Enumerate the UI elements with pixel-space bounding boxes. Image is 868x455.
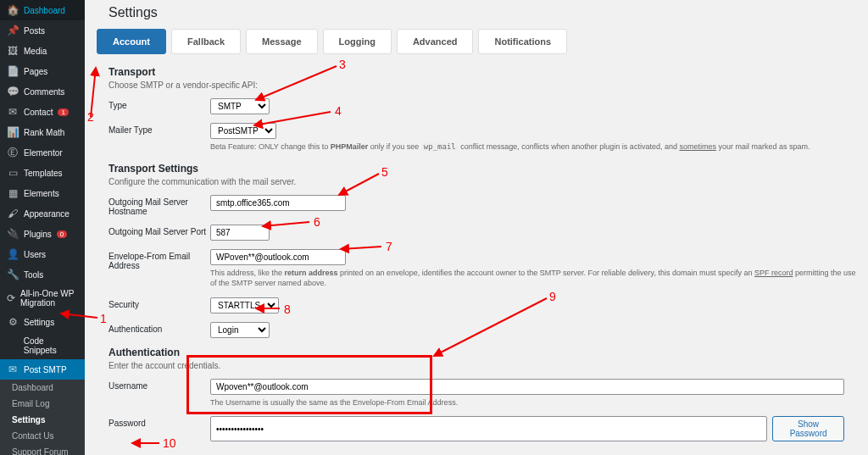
tab-message[interactable]: Message	[246, 29, 317, 54]
tab-fallback[interactable]: Fallback	[171, 29, 241, 54]
sidebar-icon: 🖌	[7, 208, 19, 219]
username-input[interactable]	[210, 379, 844, 395]
sidebar-icon: 👤	[7, 248, 19, 260]
auth-desc: Enter the account credentials.	[108, 361, 856, 370]
sidebar-item-label: Media	[24, 47, 47, 56]
sidebar-item-settings[interactable]: ⚙Settings	[0, 312, 85, 332]
sidebar-icon: ▭	[7, 167, 19, 179]
sidebar-item-label: Templates	[24, 169, 63, 178]
envelope-input[interactable]	[210, 249, 346, 265]
sidebar-item-templates[interactable]: ▭Templates	[0, 163, 85, 183]
sidebar-item-label: Code Snippets	[24, 336, 78, 355]
sidebar-icon: 📊	[7, 126, 19, 138]
submenu-email-log[interactable]: Email Log	[0, 396, 85, 412]
sidebar-item-post-smtp[interactable]: ✉Post SMTP	[0, 359, 85, 380]
sidebar-item-label: Rank Math	[24, 128, 64, 137]
auth-mode-select[interactable]: Login	[210, 322, 270, 338]
sidebar-item-label: Dashboard	[24, 6, 65, 15]
sidebar-item-label: Post SMTP	[24, 365, 67, 375]
sidebar-item-appearance[interactable]: 🖌Appearance	[0, 203, 85, 224]
sidebar-item-label: Comments	[24, 87, 64, 97]
tab-logging[interactable]: Logging	[323, 29, 392, 54]
sidebar-icon: ✉	[7, 106, 19, 118]
mailer-label: Mailer Type	[108, 123, 210, 153]
sidebar-icon: ⟳	[7, 292, 15, 304]
transport-desc: Choose SMTP or a vendor-specific API:	[108, 80, 856, 90]
main-content: Settings AccountFallbackMessageLoggingAd…	[85, 0, 868, 455]
submenu-dashboard[interactable]: Dashboard	[0, 380, 85, 396]
type-select[interactable]: SMTP	[210, 98, 270, 114]
sidebar-item-label: Appearance	[24, 209, 70, 219]
port-label: Outgoing Mail Server Port	[108, 225, 210, 241]
sidebar-icon: 🔧	[7, 269, 19, 280]
sidebar-item-posts[interactable]: 📌Posts	[0, 20, 85, 41]
sidebar-item-media[interactable]: 🖼Media	[0, 41, 85, 61]
sidebar-item-code-snippets[interactable]: Code Snippets	[0, 332, 85, 359]
tab-account[interactable]: Account	[97, 29, 166, 54]
sidebar-icon: 🖼	[7, 45, 19, 57]
tab-notifications[interactable]: Notifications	[478, 29, 567, 54]
mailer-select[interactable]: PostSMTP	[210, 123, 276, 139]
sidebar-item-label: Users	[24, 250, 46, 259]
sidebar-item-label: Contact	[24, 108, 53, 117]
sidebar-icon: ⚙	[7, 316, 19, 328]
sidebar-item-elementor[interactable]: ⒺElementor	[0, 142, 85, 163]
sidebar-item-pages[interactable]: 📄Pages	[0, 61, 85, 81]
sidebar-item-label: Settings	[24, 318, 54, 327]
settings-tabs: AccountFallbackMessageLoggingAdvancedNot…	[97, 29, 856, 54]
envelope-label: Envelope-From Email Address	[108, 249, 210, 289]
transport-heading: Transport	[108, 66, 856, 78]
sidebar-item-tools[interactable]: 🔧Tools	[0, 264, 85, 285]
hostname-input[interactable]	[210, 195, 346, 211]
sidebar-icon: 🔌	[7, 228, 19, 240]
envelope-hint: This address, like the return address pr…	[210, 268, 856, 289]
tab-advanced[interactable]: Advanced	[397, 29, 474, 54]
sidebar-icon: 🏠	[7, 4, 19, 16]
port-input[interactable]	[210, 225, 270, 241]
sidebar-item-label: Elementor	[24, 148, 63, 158]
sidebar-item-elements[interactable]: ▦Elements	[0, 183, 85, 203]
sidebar-icon: 💬	[7, 86, 19, 97]
security-label: Security	[108, 297, 210, 314]
hostname-label: Outgoing Mail Server Hostname	[108, 195, 210, 216]
security-select[interactable]: STARTTLS	[210, 297, 279, 314]
sidebar-icon: 📄	[7, 65, 19, 77]
sidebar-item-label: Plugins	[24, 230, 52, 239]
badge: 0	[57, 230, 67, 238]
password-input[interactable]	[210, 416, 767, 441]
sidebar-item-rank-math[interactable]: 📊Rank Math	[0, 122, 85, 142]
sidebar-item-label: Posts	[24, 26, 45, 36]
type-label: Type	[108, 98, 210, 114]
badge: 1	[58, 108, 68, 116]
submenu-settings[interactable]: Settings	[0, 412, 85, 428]
username-hint: The Username is usually the same as the …	[210, 397, 844, 408]
submenu-support-forum[interactable]: Support Forum	[0, 444, 85, 455]
sidebar-icon: Ⓔ	[7, 147, 19, 158]
sidebar-icon	[7, 340, 19, 352]
sidebar-item-all-in-one-wp-migration[interactable]: ⟳All-in-One WP Migration	[0, 285, 85, 312]
auth-heading: Authentication	[108, 347, 856, 358]
sidebar-item-plugins[interactable]: 🔌Plugins0	[0, 224, 85, 244]
page-title: Settings	[108, 5, 856, 20]
settings-desc: Configure the communication with the mai…	[108, 177, 856, 186]
sidebar-item-label: Pages	[24, 67, 47, 76]
sidebar-icon: ✉	[7, 363, 19, 375]
mailer-hint: Beta Feature: ONLY change this to PHPMai…	[210, 141, 856, 153]
submenu-contact-us[interactable]: Contact Us	[0, 428, 85, 444]
sidebar-icon: ▦	[7, 187, 19, 199]
sidebar-item-contact[interactable]: ✉Contact1	[0, 102, 85, 122]
sidebar-icon: 📌	[7, 25, 19, 36]
auth-mode-label: Authentication	[108, 322, 210, 338]
password-label: Password	[108, 416, 210, 441]
username-label: Username	[108, 379, 210, 408]
sidebar-item-users[interactable]: 👤Users	[0, 244, 85, 264]
sidebar-item-dashboard[interactable]: 🏠Dashboard	[0, 0, 85, 20]
admin-sidebar: 🏠Dashboard📌Posts🖼Media📄Pages💬Comments✉Co…	[0, 0, 85, 455]
settings-heading: Transport Settings	[108, 163, 856, 175]
sidebar-item-label: Elements	[24, 189, 59, 198]
sidebar-item-comments[interactable]: 💬Comments	[0, 81, 85, 102]
show-password-button[interactable]: Show Password	[772, 416, 844, 441]
sidebar-item-label: All-in-One WP Migration	[20, 289, 78, 308]
sidebar-item-label: Tools	[24, 270, 43, 280]
